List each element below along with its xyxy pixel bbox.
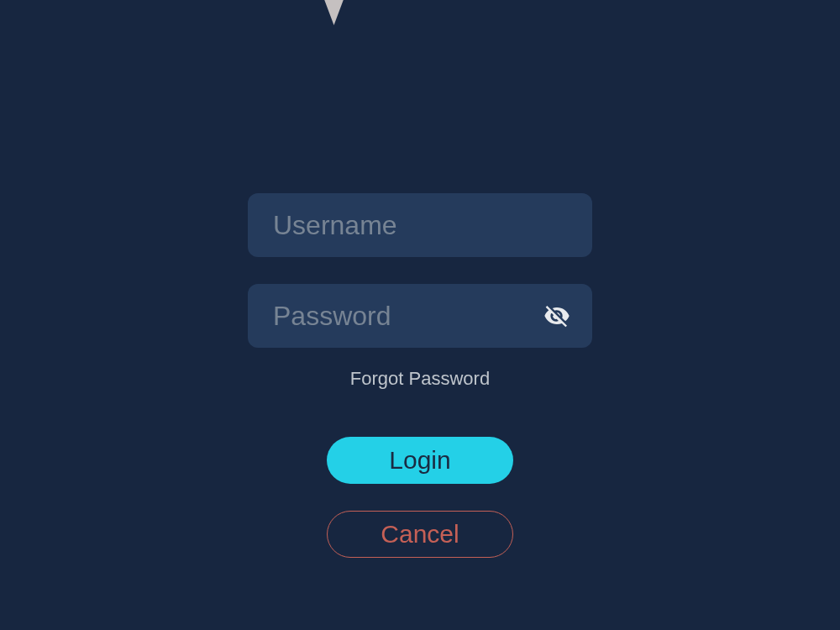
password-wrapper <box>248 284 592 348</box>
login-form: Forgot Password Login Cancel <box>248 193 592 558</box>
cancel-button[interactable]: Cancel <box>327 511 513 558</box>
forgot-password-link[interactable]: Forgot Password <box>350 368 490 390</box>
logo-marker-icon <box>315 0 353 25</box>
login-button[interactable]: Login <box>327 437 513 484</box>
username-input[interactable] <box>248 193 592 257</box>
password-input[interactable] <box>248 284 592 348</box>
eye-off-icon[interactable] <box>543 302 570 329</box>
